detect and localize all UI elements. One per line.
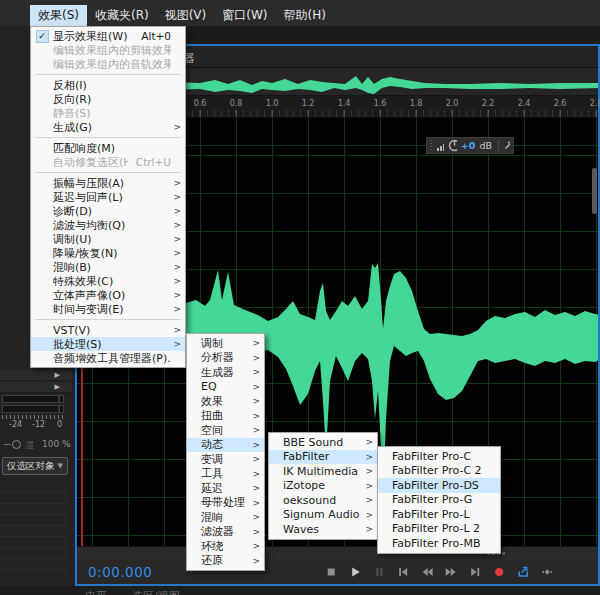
menu-item[interactable]: 变调>	[187, 452, 264, 467]
menu-item[interactable]: FabFilter Pro-G	[378, 493, 500, 508]
menu-item[interactable]: 编辑效果组内的音轨效果(T)	[31, 57, 185, 71]
hud-drag-grip[interactable]	[430, 140, 432, 151]
effect-slot-row[interactable]: ▶	[0, 382, 72, 393]
effect-slot-row[interactable]: ▶	[0, 370, 72, 381]
skip-to-start-icon	[397, 566, 409, 578]
menu-item[interactable]: 反相(I)	[31, 78, 185, 92]
menu-item[interactable]: FabFilter Pro-DS	[378, 478, 500, 493]
loop-button[interactable]	[516, 565, 530, 579]
menu-item[interactable]: Waves>	[269, 522, 377, 537]
menu-item[interactable]: 母带处理>	[187, 496, 264, 511]
expand-arrow-icon: ▶	[55, 384, 60, 391]
menu-item[interactable]: 还原>	[187, 554, 264, 569]
vertical-scrollbar-thumb[interactable]	[592, 168, 597, 214]
menubar-item[interactable]: 效果(S)	[30, 5, 87, 26]
menu-item-label: FabFilter Pro-L	[392, 508, 486, 521]
menu-item[interactable]: 批处理(S)>	[31, 337, 185, 351]
menu-item[interactable]: EQ>	[187, 380, 264, 395]
meter-label: -12	[32, 420, 45, 429]
menu-item[interactable]: 环绕>	[187, 539, 264, 554]
menu-item[interactable]: 降噪/恢复(N)>	[31, 246, 185, 260]
menu-item[interactable]: 立体声声像(O)>	[31, 288, 185, 302]
menu-item[interactable]: 空间>	[187, 423, 264, 438]
menu-item[interactable]: 工具>	[187, 467, 264, 482]
menu-item[interactable]: 静音(S)	[31, 106, 185, 120]
menu-item[interactable]: VST(V)>	[31, 323, 185, 337]
pin-arrow-icon[interactable]	[503, 140, 510, 151]
menu-item[interactable]: Signum Audio>	[269, 508, 377, 523]
menu-item[interactable]: 延迟>	[187, 481, 264, 496]
menu-item[interactable]: 音频增效工具管理器(P)...	[31, 351, 185, 365]
gain-knob-icon[interactable]	[448, 139, 457, 152]
skip-to-start-button[interactable]	[396, 565, 410, 579]
menu-item[interactable]: 混响(B)>	[31, 260, 185, 274]
menu-item[interactable]: 自动修复选区(H)Ctrl+U	[31, 155, 185, 169]
menu-item-label: 效果	[201, 394, 250, 409]
menu-item-label: FabFilter Pro-G	[392, 493, 486, 506]
menu-item[interactable]: BBE Sound>	[269, 435, 377, 450]
menu-item[interactable]: 特殊效果(C)>	[31, 274, 185, 288]
meter-label: 0	[57, 420, 62, 429]
menu-item-label: 混响(B)	[53, 260, 171, 275]
menu-item[interactable]: 分析器>	[187, 351, 264, 366]
time-display[interactable]: 0:00.000	[88, 564, 152, 580]
gain-value[interactable]: +0	[461, 140, 476, 151]
menu-item[interactable]: 编辑效果组内的剪辑效果(F)	[31, 43, 185, 57]
menu-item-label: IK Multimedia	[283, 465, 363, 478]
submenu-arrow-icon: >	[171, 339, 181, 349]
menu-item[interactable]: 调制>	[187, 336, 264, 351]
fast-forward-button[interactable]	[444, 565, 458, 579]
pause-button[interactable]	[372, 565, 386, 579]
menu-item[interactable]: 动态>	[187, 438, 264, 453]
submenu-arrow-icon: >	[171, 290, 181, 300]
tab-levels[interactable]: 电平	[85, 589, 107, 595]
menu-item[interactable]: IK Multimedia>	[269, 464, 377, 479]
menu-item[interactable]: FabFilter Pro-L 2	[378, 522, 500, 537]
menu-item-label: 生成(G)	[53, 120, 171, 135]
menu-item[interactable]: iZotope>	[269, 479, 377, 494]
tab-selection-view[interactable]: 选区/视图	[132, 589, 180, 595]
menu-item[interactable]: 反向(R)	[31, 92, 185, 106]
menu-item[interactable]: 振幅与压限(A)>	[31, 176, 185, 190]
rewind-button[interactable]	[420, 565, 434, 579]
mix-knob[interactable]	[12, 440, 21, 449]
menu-item[interactable]: ✓显示效果组(W)Alt+0	[31, 29, 185, 43]
menu-item[interactable]: FabFilter Pro-C 2	[378, 464, 500, 479]
menu-item-label: FabFilter Pro-L 2	[392, 522, 486, 535]
menu-item[interactable]: 诊断(D)>	[31, 204, 185, 218]
menu-item[interactable]: 滤波与均衡(Q)>	[31, 218, 185, 232]
menu-item-label: 立体声声像(O)	[53, 288, 171, 303]
menu-item[interactable]: FabFilter Pro-MB	[378, 536, 500, 551]
record-button[interactable]	[492, 565, 506, 579]
menu-item[interactable]: FabFilter Pro-C	[378, 449, 500, 464]
menu-item[interactable]: 延迟与回声(L)>	[31, 190, 185, 204]
skip-playhead-button[interactable]	[540, 565, 554, 579]
menu-item[interactable]: 生成(G)>	[31, 120, 185, 134]
menubar-item[interactable]: 帮助(H)	[276, 5, 334, 26]
menu-item[interactable]: oeksound>	[269, 493, 377, 508]
menu-item[interactable]: 效果>	[187, 394, 264, 409]
volume-hud[interactable]: +0 dB	[426, 137, 514, 154]
skip-to-end-button[interactable]	[468, 565, 482, 579]
menu-item-label: EQ	[201, 380, 250, 393]
process-target-dropdown[interactable]: 仅选区对象 ▼	[2, 457, 68, 475]
stop-button[interactable]	[324, 565, 338, 579]
menu-item-label: 特殊效果(C)	[53, 274, 171, 289]
menu-item[interactable]: 调制(U)>	[31, 232, 185, 246]
zoom-navigator-strip[interactable]	[77, 546, 598, 560]
menubar-item[interactable]: 收藏夹(R)	[87, 5, 157, 26]
menu-item[interactable]: 匹配响度(M)	[31, 141, 185, 155]
menubar-item[interactable]: 窗口(W)	[214, 5, 275, 26]
ruler-tick-label: 2.0	[446, 99, 459, 108]
menu-item-label: 编辑效果组内的音轨效果(T)	[53, 57, 171, 72]
menu-item[interactable]: 扭曲>	[187, 409, 264, 424]
menu-item[interactable]: 滤波器>	[187, 525, 264, 540]
submenu-arrow-icon: >	[250, 396, 260, 406]
menu-item[interactable]: 时间与变调(E)>	[31, 302, 185, 316]
menu-item[interactable]: FabFilter Pro-L	[378, 507, 500, 522]
play-button[interactable]	[348, 565, 362, 579]
menu-item[interactable]: 混响>	[187, 510, 264, 525]
menu-item[interactable]: FabFilter>	[269, 450, 377, 465]
menu-item[interactable]: 生成器>	[187, 365, 264, 380]
menubar-item[interactable]: 视图(V)	[157, 5, 215, 26]
